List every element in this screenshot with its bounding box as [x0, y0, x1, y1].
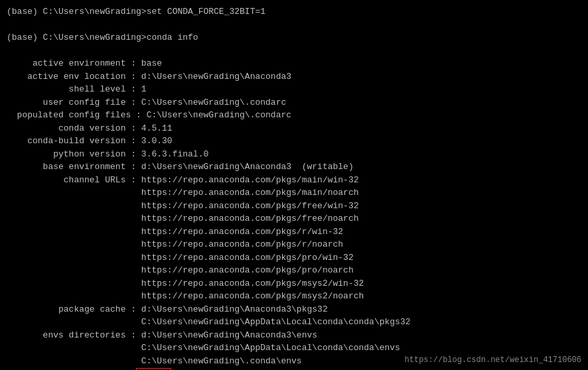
blank-line-2: [7, 44, 581, 58]
cmd-line-1: (base) C:\Users\newGrading>set CONDA_FOR…: [7, 5, 581, 19]
base-environment: base environment : d:\Users\newGrading\A…: [7, 160, 581, 174]
channel-urls-3: https://repo.anaconda.com/pkgs/free/win-…: [7, 200, 581, 213]
active-environment: active environment : base: [7, 57, 581, 70]
blank-line-1: [7, 19, 581, 32]
envs-directories-2: C:\Users\newGrading\AppData\Local\conda\…: [7, 341, 581, 355]
python-version: python version : 3.6.3.final.0: [7, 148, 581, 161]
platform-line: platform : win-32: [7, 367, 581, 370]
populated-config-files: populated config files : C:\Users\newGra…: [7, 109, 581, 122]
channel-urls-9: https://repo.anaconda.com/pkgs/msys2/win…: [7, 277, 581, 290]
shell-level: shell level : 1: [7, 83, 581, 96]
channel-urls-8: https://repo.anaconda.com/pkgs/pro/noarc…: [7, 264, 581, 277]
channel-urls-7: https://repo.anaconda.com/pkgs/pro/win-3…: [7, 251, 581, 265]
package-cache-2: C:\Users\newGrading\AppData\Local\conda\…: [7, 316, 581, 329]
channel-urls-5: https://repo.anaconda.com/pkgs/r/win-32: [7, 225, 581, 239]
active-env-location: active env location : d:\Users\newGradin…: [7, 70, 581, 84]
envs-directories-1: envs directories : d:\Users\newGrading\A…: [7, 329, 581, 342]
conda-version: conda version : 4.5.11: [7, 122, 581, 135]
channel-urls-6: https://repo.anaconda.com/pkgs/r/noarch: [7, 238, 581, 251]
conda-build-version: conda-build version : 3.0.30: [7, 135, 581, 148]
terminal-window: (base) C:\Users\newGrading>set CONDA_FOR…: [0, 0, 588, 370]
channel-urls-1: channel URLs : https://repo.anaconda.com…: [7, 174, 581, 187]
user-config-file: user config file : C:\Users\newGrading\.…: [7, 96, 581, 109]
channel-urls-10: https://repo.anaconda.com/pkgs/msys2/noa…: [7, 290, 581, 303]
watermark: https://blog.csdn.net/weixin_41710606: [405, 355, 581, 365]
cmd-line-2: (base) C:\Users\newGrading>conda info: [7, 31, 581, 44]
package-cache-1: package cache : d:\Users\newGrading\Anac…: [7, 303, 581, 316]
channel-urls-2: https://repo.anaconda.com/pkgs/main/noar…: [7, 186, 581, 200]
channel-urls-4: https://repo.anaconda.com/pkgs/free/noar…: [7, 212, 581, 225]
